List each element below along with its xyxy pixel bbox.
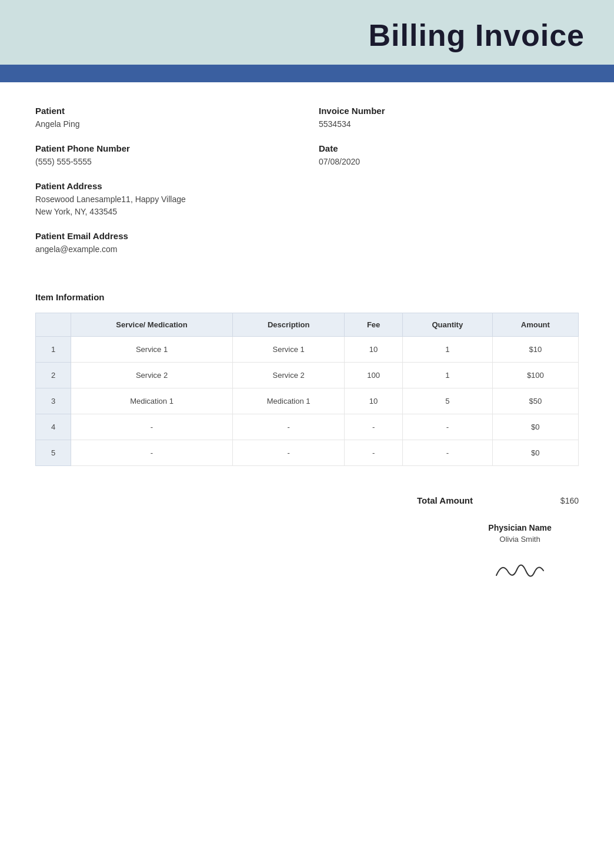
row-amount: $50 — [492, 388, 578, 414]
row-num: 5 — [36, 440, 71, 466]
signature-area — [461, 553, 579, 582]
patient-label: Patient — [35, 106, 295, 116]
patient-info-section: Patient Angela Ping Patient Phone Number… — [0, 82, 614, 280]
row-fee: 10 — [345, 337, 403, 363]
header-bar — [0, 65, 614, 82]
row-description: - — [233, 440, 345, 466]
row-description: - — [233, 414, 345, 440]
totals-section: Total Amount $160 — [0, 478, 614, 517]
patient-name: Angela Ping — [35, 118, 295, 130]
col-fee: Fee — [345, 313, 403, 337]
patient-address-group: Patient Address Rosewood Lanesample11, H… — [35, 181, 295, 218]
patient-phone-group: Patient Phone Number (555) 555-5555 — [35, 143, 295, 168]
col-amount: Amount — [492, 313, 578, 337]
address-label: Patient Address — [35, 181, 295, 191]
row-fee: 100 — [345, 363, 403, 388]
invoice-date-label: Date — [319, 143, 579, 153]
col-num — [36, 313, 71, 337]
row-amount: $100 — [492, 363, 578, 388]
col-quantity: Quantity — [402, 313, 492, 337]
row-amount: $10 — [492, 337, 578, 363]
row-amount: $0 — [492, 440, 578, 466]
row-num: 3 — [36, 388, 71, 414]
col-description: Description — [233, 313, 345, 337]
physician-section: Physician Name Olivia Smith — [0, 517, 614, 594]
row-num: 4 — [36, 414, 71, 440]
row-quantity: 1 — [402, 363, 492, 388]
email-label: Patient Email Address — [35, 231, 295, 241]
signature-icon — [490, 553, 549, 582]
page: Billing Invoice Patient Angela Ping Pati… — [0, 0, 614, 868]
table-row: 4 - - - - $0 — [36, 414, 579, 440]
info-right: Invoice Number 5534534 Date 07/08/2020 — [295, 106, 579, 269]
patient-phone: (555) 555-5555 — [35, 156, 295, 168]
invoice-number: 5534534 — [319, 118, 579, 130]
patient-email: angela@example.com — [35, 243, 295, 256]
patient-address-line2: New York, NY, 433545 — [35, 206, 295, 218]
physician-block: Physician Name Olivia Smith — [461, 523, 579, 582]
table-row: 5 - - - - $0 — [36, 440, 579, 466]
invoice-date: 07/08/2020 — [319, 156, 579, 168]
row-quantity: - — [402, 440, 492, 466]
row-description: Medication 1 — [233, 388, 345, 414]
row-service: - — [71, 440, 233, 466]
row-fee: - — [345, 414, 403, 440]
row-service: Service 1 — [71, 337, 233, 363]
row-quantity: 1 — [402, 337, 492, 363]
physician-name: Olivia Smith — [461, 535, 579, 544]
row-num: 1 — [36, 337, 71, 363]
row-fee: - — [345, 440, 403, 466]
info-left: Patient Angela Ping Patient Phone Number… — [35, 106, 295, 269]
patient-email-group: Patient Email Address angela@example.com — [35, 231, 295, 256]
header-top: Billing Invoice — [0, 0, 614, 65]
table-header-row: Service/ Medication Description Fee Quan… — [36, 313, 579, 337]
invoice-number-label: Invoice Number — [319, 106, 579, 116]
page-title: Billing Invoice — [29, 18, 585, 53]
physician-label: Physician Name — [461, 523, 579, 532]
invoice-date-group: Date 07/08/2020 — [319, 143, 579, 168]
patient-address-line1: Rosewood Lanesample11, Happy Village — [35, 193, 295, 206]
phone-label: Patient Phone Number — [35, 143, 295, 153]
total-amount-value: $160 — [543, 496, 579, 505]
row-service: - — [71, 414, 233, 440]
total-amount-label: Total Amount — [417, 495, 473, 505]
row-amount: $0 — [492, 414, 578, 440]
row-quantity: - — [402, 414, 492, 440]
row-service: Service 2 — [71, 363, 233, 388]
row-description: Service 2 — [233, 363, 345, 388]
col-service: Service/ Medication — [71, 313, 233, 337]
patient-name-group: Patient Angela Ping — [35, 106, 295, 130]
row-fee: 10 — [345, 388, 403, 414]
item-section: Item Information Service/ Medication Des… — [0, 280, 614, 478]
table-row: 2 Service 2 Service 2 100 1 $100 — [36, 363, 579, 388]
invoice-number-group: Invoice Number 5534534 — [319, 106, 579, 130]
row-quantity: 5 — [402, 388, 492, 414]
row-num: 2 — [36, 363, 71, 388]
item-section-title: Item Information — [35, 292, 579, 302]
row-service: Medication 1 — [71, 388, 233, 414]
table-row: 3 Medication 1 Medication 1 10 5 $50 — [36, 388, 579, 414]
items-table: Service/ Medication Description Fee Quan… — [35, 313, 579, 466]
row-description: Service 1 — [233, 337, 345, 363]
table-row: 1 Service 1 Service 1 10 1 $10 — [36, 337, 579, 363]
